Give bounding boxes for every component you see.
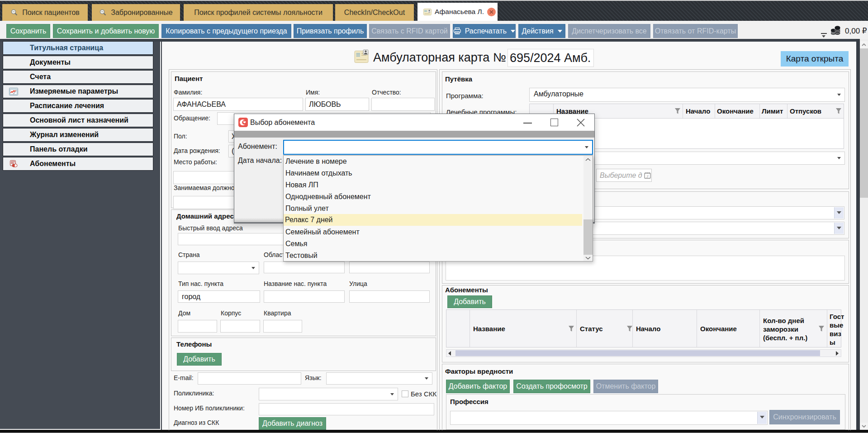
svg-text:7: 7 (646, 175, 649, 179)
